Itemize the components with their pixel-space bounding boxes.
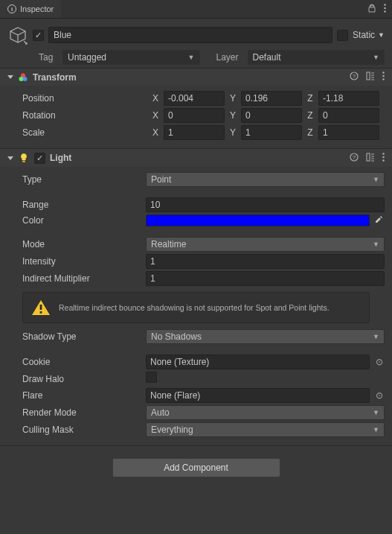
transform-component: Transform ? Position X Y Z Rotation X: [0, 68, 392, 148]
cookie-field[interactable]: [146, 355, 370, 369]
axis-z-label: Z: [305, 93, 315, 104]
warning-box: Realtime indirect bounce shadowing is no…: [22, 292, 370, 323]
svg-point-11: [382, 78, 385, 80]
foldout-icon[interactable]: [7, 75, 13, 79]
svg-point-10: [382, 75, 385, 77]
tag-dropdown[interactable]: Untagged ▼: [62, 50, 200, 65]
tag-value: Untagged: [68, 52, 106, 63]
transform-title: Transform: [33, 72, 345, 83]
scale-x-input[interactable]: [164, 125, 225, 140]
render-mode-dropdown[interactable]: Auto ▼: [146, 405, 385, 420]
inspector-body: ✓ Static ▼ Tag Untagged ▼ Layer Default …: [0, 18, 392, 534]
chevron-down-icon: ▼: [373, 241, 379, 248]
preset-icon[interactable]: [366, 153, 375, 164]
context-menu-icon[interactable]: [382, 71, 385, 83]
chevron-down-icon: ▼: [373, 176, 379, 183]
light-enabled-checkbox[interactable]: ✓: [34, 153, 45, 164]
color-field[interactable]: [146, 214, 370, 226]
type-label: Type: [7, 174, 146, 185]
lock-icon[interactable]: [367, 4, 376, 14]
svg-rect-8: [367, 72, 370, 80]
position-label: Position: [7, 93, 147, 104]
svg-rect-12: [22, 161, 25, 163]
preset-icon[interactable]: [366, 71, 375, 83]
chevron-down-icon[interactable]: ▼: [378, 31, 385, 39]
info-icon: i: [7, 4, 16, 13]
render-mode-label: Render Mode: [7, 407, 146, 418]
shadow-label: Shadow Type: [7, 331, 146, 342]
shadow-dropdown[interactable]: No Shadows ▼: [146, 329, 385, 344]
context-menu-icon[interactable]: [384, 4, 386, 14]
svg-rect-15: [367, 153, 370, 161]
tab-title: Inspector: [20, 4, 54, 13]
eyedropper-icon[interactable]: [374, 215, 385, 226]
static-checkbox[interactable]: [337, 30, 348, 41]
svg-point-17: [382, 156, 385, 158]
position-z-input[interactable]: [318, 91, 379, 106]
axis-x-label: X: [150, 93, 161, 104]
culling-value: Everything: [151, 425, 193, 435]
svg-text:?: ?: [353, 73, 356, 80]
chevron-down-icon: ▼: [373, 426, 379, 433]
lightbulb-icon: [18, 152, 30, 164]
svg-point-0: [384, 4, 386, 6]
rotation-row: Rotation X Y Z: [7, 108, 385, 123]
layer-dropdown[interactable]: Default ▼: [248, 50, 385, 65]
svg-point-9: [382, 71, 385, 74]
flare-field[interactable]: [146, 388, 370, 403]
chevron-down-icon: ▼: [373, 54, 379, 61]
gameobject-name-input[interactable]: [48, 27, 332, 43]
scale-y-input[interactable]: [241, 125, 302, 140]
scale-row: Scale X Y Z: [7, 125, 385, 140]
range-label: Range: [7, 200, 146, 210]
halo-label: Draw Halo: [7, 374, 146, 384]
halo-checkbox[interactable]: [146, 372, 157, 383]
transform-icon: [18, 72, 28, 83]
svg-point-2: [384, 10, 386, 13]
svg-point-1: [384, 7, 386, 10]
light-header[interactable]: ✓ Light ?: [0, 149, 392, 167]
svg-text:?: ?: [353, 154, 356, 161]
mode-value: Realtime: [151, 239, 186, 249]
scale-label: Scale: [7, 127, 147, 138]
object-picker-icon[interactable]: ⊙: [374, 357, 385, 367]
indirect-input[interactable]: [146, 271, 385, 286]
tag-label: Tag: [39, 52, 58, 63]
add-component-area: Add Component: [0, 446, 392, 489]
culling-label: Culling Mask: [7, 425, 146, 435]
rotation-x-input[interactable]: [164, 108, 225, 123]
context-menu-icon[interactable]: [382, 153, 385, 164]
help-icon[interactable]: ?: [350, 153, 359, 164]
indirect-label: Indirect Multiplier: [7, 273, 146, 284]
foldout-icon[interactable]: [7, 156, 13, 160]
add-component-button[interactable]: Add Component: [112, 458, 280, 477]
tab-bar: i Inspector: [0, 0, 392, 18]
culling-dropdown[interactable]: Everything ▼: [146, 422, 385, 437]
active-checkbox[interactable]: ✓: [33, 30, 44, 41]
range-input[interactable]: [146, 197, 385, 212]
svg-rect-20: [40, 311, 42, 314]
type-dropdown[interactable]: Point ▼: [146, 172, 385, 187]
intensity-label: Intensity: [7, 256, 146, 267]
cookie-label: Cookie: [7, 357, 146, 367]
position-y-input[interactable]: [241, 91, 302, 106]
svg-rect-19: [40, 305, 42, 310]
rotation-y-input[interactable]: [241, 108, 302, 123]
intensity-input[interactable]: [146, 254, 385, 269]
object-picker-icon[interactable]: ⊙: [374, 390, 385, 401]
flare-label: Flare: [7, 390, 146, 401]
chevron-down-icon: ▼: [373, 409, 379, 416]
mode-dropdown[interactable]: Realtime ▼: [146, 237, 385, 252]
inspector-tab[interactable]: i Inspector: [0, 0, 61, 18]
scale-z-input[interactable]: [318, 125, 379, 140]
color-label: Color: [7, 215, 146, 226]
help-icon[interactable]: ?: [350, 71, 359, 83]
rotation-z-input[interactable]: [318, 108, 379, 123]
cube-icon[interactable]: [7, 25, 28, 45]
position-x-input[interactable]: [164, 91, 225, 106]
warning-text: Realtime indirect bounce shadowing is no…: [59, 302, 330, 313]
transform-header[interactable]: Transform ?: [0, 69, 392, 86]
light-title: Light: [50, 153, 345, 163]
mode-label: Mode: [7, 239, 146, 249]
type-value: Point: [151, 174, 171, 185]
